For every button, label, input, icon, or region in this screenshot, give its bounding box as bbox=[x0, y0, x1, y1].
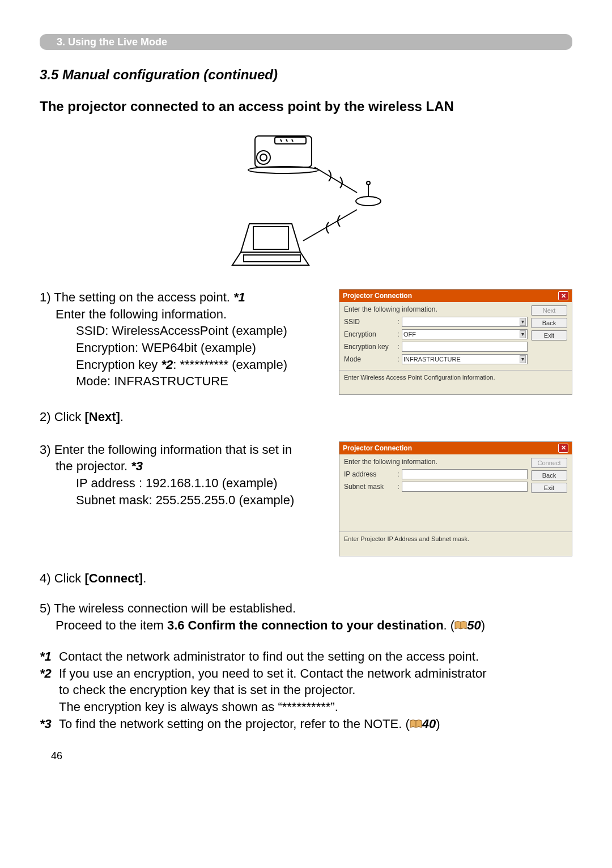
step-3-ip: IP address : 192.168.1.10 (example) bbox=[40, 475, 328, 492]
page-heading: The projector connected to an access poi… bbox=[40, 99, 572, 114]
connect-button[interactable]: Connect bbox=[531, 458, 567, 468]
subsection-title: 3.5 Manual configuration (continued) bbox=[40, 67, 572, 83]
page-number: 46 bbox=[40, 750, 572, 762]
footnote-3-key: *3 bbox=[40, 716, 59, 733]
step-5-line1: The wireless connection will be establis… bbox=[54, 601, 296, 615]
page-ref-50: 50 bbox=[467, 618, 481, 632]
page-ref-40: 40 bbox=[422, 717, 436, 731]
dialog1-label-encryption: Encryption bbox=[344, 330, 395, 338]
footnote-2-l2: to check the encryption key that is set … bbox=[59, 683, 355, 697]
step-4-suffix: . bbox=[143, 571, 146, 585]
step-5-line2b: . ( bbox=[444, 618, 455, 632]
step-4-bold: [Connect] bbox=[84, 571, 143, 585]
footnote-3-texta: To find the network setting on the proje… bbox=[59, 717, 410, 731]
step-5-line2a: Proceed to the item bbox=[56, 618, 167, 632]
step-2-prefix: Click bbox=[54, 410, 85, 424]
footnote-2-key: *2 bbox=[40, 665, 59, 716]
subnet-mask-input[interactable] bbox=[402, 482, 528, 492]
ip-address-input[interactable] bbox=[402, 469, 528, 479]
footnote-2-l1: If you use an encryption, you need to se… bbox=[59, 666, 487, 680]
dialog1-title-text: Projector Connection bbox=[343, 292, 412, 300]
dialog-wireless-config: Projector Connection ✕ Enter the followi… bbox=[339, 289, 572, 395]
exit-button[interactable]: Exit bbox=[531, 330, 567, 341]
svg-line-5 bbox=[286, 139, 287, 142]
svg-line-4 bbox=[280, 139, 282, 142]
footnote-ref-2: *2 bbox=[161, 358, 173, 372]
step-1-mode: Mode: INFRASTRUCTURE bbox=[40, 373, 328, 390]
step-5-number: 5) bbox=[40, 601, 51, 615]
footnote-1-key: *1 bbox=[40, 648, 59, 665]
dialog1-label-mode: Mode bbox=[344, 355, 395, 363]
section-bar-label: 3. Using the Live Mode bbox=[57, 36, 167, 48]
dialog2-title-text: Projector Connection bbox=[343, 444, 412, 452]
svg-rect-12 bbox=[244, 255, 300, 262]
step-1-text: 1) The setting on the access point. *1 E… bbox=[40, 289, 328, 390]
back-button[interactable]: Back bbox=[531, 318, 567, 328]
encryption-select[interactable]: OFF bbox=[402, 329, 528, 339]
step-3-line1a: Enter the following information that is … bbox=[54, 442, 292, 457]
dialog1-titlebar: Projector Connection ✕ bbox=[339, 290, 572, 302]
exit-button[interactable]: Exit bbox=[531, 483, 567, 493]
dialog2-label-ip: IP address bbox=[344, 470, 395, 478]
step-1-row: 1) The setting on the access point. *1 E… bbox=[40, 289, 572, 395]
dialog1-prompt: Enter the following information. bbox=[344, 305, 528, 313]
svg-point-8 bbox=[356, 197, 381, 206]
dialog2-titlebar: Projector Connection ✕ bbox=[339, 442, 572, 454]
step-3-mask: Subnet mask: 255.255.255.0 (example) bbox=[40, 492, 328, 509]
step-5-bold: 3.6 Confirm the connection to your desti… bbox=[167, 618, 444, 632]
dialog1-label-ssid: SSID bbox=[344, 318, 395, 326]
encryption-key-input[interactable] bbox=[402, 342, 528, 352]
book-icon bbox=[410, 716, 422, 733]
step-3-row: 3) Enter the following information that … bbox=[40, 441, 572, 556]
footnote-1-text: Contact the network administrator to fin… bbox=[59, 648, 572, 665]
step-1-enckey-suffix: : ********** (example) bbox=[173, 358, 287, 372]
dialog1-label-enckey: Encryption key bbox=[344, 343, 395, 351]
step-1-ssid: SSID: WirelessAccessPoint (example) bbox=[40, 322, 328, 339]
footnote-2-l3: The encryption key is always shown as “*… bbox=[59, 700, 338, 714]
footnotes: *1 Contact the network administrator to … bbox=[40, 648, 572, 733]
svg-rect-3 bbox=[275, 137, 306, 144]
svg-point-10 bbox=[367, 181, 370, 185]
close-icon[interactable]: ✕ bbox=[558, 291, 568, 300]
footnote-3-textb: ) bbox=[436, 717, 440, 731]
dialog1-status: Enter Wireless Access Point Configuratio… bbox=[339, 370, 572, 394]
back-button[interactable]: Back bbox=[531, 470, 567, 480]
step-3-line1b: the projector. bbox=[56, 459, 128, 473]
step-3-text: 3) Enter the following information that … bbox=[40, 441, 328, 509]
svg-point-2 bbox=[260, 154, 267, 161]
svg-rect-0 bbox=[255, 136, 312, 167]
ssid-select[interactable] bbox=[402, 317, 528, 327]
step-4-number: 4) bbox=[40, 571, 51, 585]
step-1-encryption: Encryption: WEP64bit (example) bbox=[40, 339, 328, 356]
step-2-bold: [Next] bbox=[84, 410, 120, 424]
section-bar: 3. Using the Live Mode bbox=[40, 34, 572, 50]
step-3-number: 3) bbox=[40, 442, 51, 457]
step-5-line2c: ) bbox=[481, 618, 485, 632]
svg-line-6 bbox=[292, 139, 293, 142]
footnote-ref-3: *3 bbox=[131, 459, 143, 473]
next-button[interactable]: Next bbox=[531, 305, 567, 316]
close-icon[interactable]: ✕ bbox=[558, 444, 568, 453]
diagram-projector-ap-laptop bbox=[187, 125, 425, 278]
step-1-enckey-prefix: Encryption key bbox=[76, 358, 158, 372]
step-1-line1: The setting on the access point. bbox=[54, 290, 230, 304]
dialog2-label-mask: Subnet mask bbox=[344, 483, 395, 491]
step-2-number: 2) bbox=[40, 410, 51, 424]
step-4-prefix: Click bbox=[54, 571, 85, 585]
dialog-ip-config: Projector Connection ✕ Enter the followi… bbox=[339, 441, 572, 556]
dialog2-prompt: Enter the following information. bbox=[344, 458, 528, 466]
step-1-number: 1) bbox=[40, 290, 51, 304]
step-5-text: 5) The wireless connection will be estab… bbox=[40, 600, 572, 635]
dialog2-status: Enter Projector IP Address and Subnet ma… bbox=[339, 531, 572, 556]
mode-select[interactable]: INFRASTRUCTURE bbox=[402, 354, 528, 364]
manual-page: 3. Using the Live Mode 3.5 Manual config… bbox=[0, 0, 612, 785]
step-2-suffix: . bbox=[120, 410, 124, 424]
step-2-text: 2) Click [Next]. bbox=[40, 409, 572, 426]
footnote-ref-1: *1 bbox=[233, 290, 245, 304]
svg-rect-11 bbox=[253, 227, 288, 249]
step-4-text: 4) Click [Connect]. bbox=[40, 570, 572, 587]
step-1-line2: Enter the following information. bbox=[40, 306, 328, 323]
svg-point-1 bbox=[257, 151, 270, 164]
book-icon bbox=[454, 618, 467, 635]
